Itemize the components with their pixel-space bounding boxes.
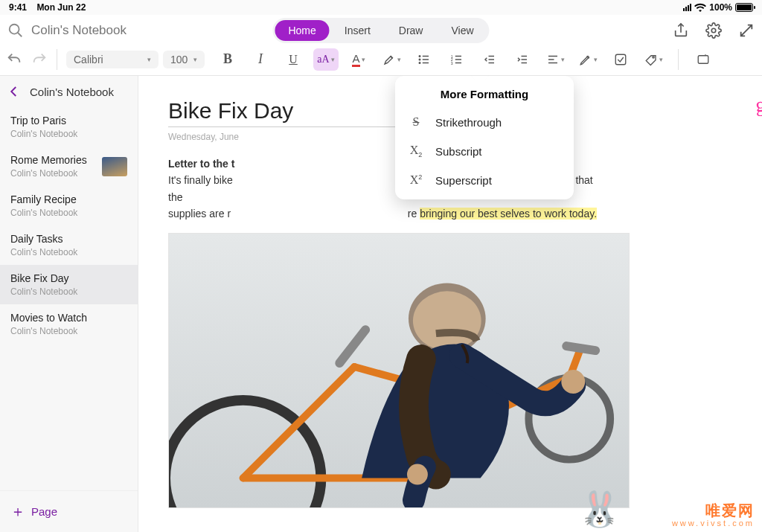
outdent-button[interactable] xyxy=(477,48,502,71)
svg-point-2 xyxy=(711,28,716,33)
chevron-left-icon xyxy=(7,85,21,98)
paragraph-bold: Letter to the t xyxy=(168,158,234,170)
sidebar-header-title: Colin's Notebook xyxy=(30,86,114,98)
redo-icon[interactable] xyxy=(31,51,48,68)
chevron-down-icon: ▾ xyxy=(594,56,598,63)
sidebar-item[interactable]: Daily TasksColin's Notebook xyxy=(0,225,138,265)
chevron-down-icon: ▾ xyxy=(659,56,663,63)
font-color-button[interactable]: A▾ xyxy=(346,48,371,71)
sidebar-item-sub: Colin's Notebook xyxy=(10,326,87,336)
battery-icon xyxy=(735,3,753,12)
popover-item-label: Strikethrough xyxy=(435,116,502,129)
sidebar-item[interactable]: Rome MemoriesColin's Notebook xyxy=(0,147,138,186)
underline-button[interactable]: U xyxy=(281,48,306,71)
font-family-select[interactable]: Calibri▾ xyxy=(66,51,159,68)
popover-item-label: Superscript xyxy=(435,174,492,187)
sidebar-item-thumb xyxy=(102,157,127,176)
sidebar-item-sub: Colin's Notebook xyxy=(10,129,77,139)
sidebar-item[interactable]: Trip to ParisColin's Notebook xyxy=(0,107,138,147)
svg-point-41 xyxy=(407,464,428,484)
formatting-toolbar: Calibri▾ 100▾ B I U aA▾ A▾ ▾ 123 ▾ ▾ ▾ xyxy=(0,46,762,76)
tab-draw[interactable]: Draw xyxy=(385,20,437,41)
font-size-label: 100 xyxy=(170,54,188,65)
more-formatting-popover: More Formatting S Strikethrough X2 Subsc… xyxy=(395,76,574,199)
todo-button[interactable] xyxy=(608,48,633,71)
paragraph-highlight: bringing our best selves to work today. xyxy=(420,208,597,219)
subscript-icon: X2 xyxy=(409,144,423,158)
plus-icon: ＋ xyxy=(10,501,25,522)
app-topbar: Home Insert Draw View xyxy=(0,15,762,46)
battery-pct: 100% xyxy=(709,2,732,13)
sidebar-item-sub: Colin's Notebook xyxy=(10,247,77,257)
sidebar-item-title: Family Recipe xyxy=(10,193,77,205)
search-icon[interactable] xyxy=(7,22,24,39)
tab-insert[interactable]: Insert xyxy=(331,20,384,41)
styles-button[interactable]: ▾ xyxy=(575,48,601,71)
paragraph-text: It's finally bike xyxy=(168,174,233,186)
popover-item-subscript[interactable]: X2 Subscript xyxy=(395,136,574,166)
strikethrough-icon: S xyxy=(409,115,423,129)
svg-rect-26 xyxy=(698,55,708,63)
chevron-down-icon: ▾ xyxy=(561,56,565,63)
insert-button[interactable] xyxy=(691,48,716,71)
chevron-down-icon: ▾ xyxy=(397,56,401,63)
svg-line-36 xyxy=(566,346,595,350)
chevron-down-icon: ▾ xyxy=(193,56,197,63)
svg-point-25 xyxy=(652,56,653,57)
highlight-button[interactable]: ▾ xyxy=(379,48,404,71)
tab-home[interactable]: Home xyxy=(275,20,329,41)
settings-icon[interactable] xyxy=(705,22,722,39)
ribbon-tabs: Home Insert Draw View xyxy=(272,18,489,43)
cellular-icon xyxy=(683,4,691,11)
sidebar: Colin's Notebook Trip to ParisColin's No… xyxy=(0,76,138,532)
italic-button[interactable]: I xyxy=(248,48,273,71)
popover-title: More Formatting xyxy=(395,80,574,108)
font-size-select[interactable]: 100▾ xyxy=(163,51,205,68)
add-page-button[interactable]: ＋ Page xyxy=(0,490,138,532)
chevron-down-icon: ▾ xyxy=(147,56,151,63)
watermark: 唯爱网 www.vivst.com xyxy=(672,503,755,528)
paragraph-align-button[interactable]: ▾ xyxy=(542,48,568,71)
indent-button[interactable] xyxy=(510,48,535,71)
sidebar-list: Trip to ParisColin's Notebook Rome Memor… xyxy=(0,107,138,490)
svg-rect-24 xyxy=(615,54,626,65)
sidebar-item-sub: Colin's Notebook xyxy=(10,208,77,218)
popover-item-superscript[interactable]: X2 Superscript xyxy=(395,166,574,194)
inserted-image[interactable] xyxy=(168,233,630,508)
tag-button[interactable]: ▾ xyxy=(641,48,666,71)
undo-icon[interactable] xyxy=(6,51,22,68)
page-content: Wednesday, June Letter to the t It's fin… xyxy=(138,76,762,532)
watermark-text: 唯爱网 xyxy=(672,503,755,518)
status-bar: 9:41 Mon Jun 22 100% xyxy=(0,0,762,15)
status-date: Mon Jun 22 xyxy=(36,2,86,13)
app-body: Colin's Notebook Trip to ParisColin's No… xyxy=(0,76,762,532)
watermark-mascot: 🐰 xyxy=(578,489,621,529)
more-formatting-button[interactable]: aA▾ xyxy=(313,48,339,71)
svg-text:3: 3 xyxy=(451,60,453,65)
wifi-icon xyxy=(694,3,706,12)
sidebar-item[interactable]: Family RecipeColin's Notebook xyxy=(0,186,138,225)
tab-view[interactable]: View xyxy=(438,20,487,41)
share-icon[interactable] xyxy=(673,22,689,39)
superscript-icon: X2 xyxy=(409,173,423,187)
sidebar-back[interactable]: Colin's Notebook xyxy=(0,76,138,107)
svg-point-39 xyxy=(413,291,481,350)
divider xyxy=(57,49,57,70)
numbered-list-button[interactable]: 123 xyxy=(444,48,470,71)
svg-line-1 xyxy=(18,33,22,37)
sidebar-item[interactable]: Movies to WatchColin's Notebook xyxy=(0,304,138,344)
svg-point-0 xyxy=(10,25,19,34)
sidebar-item-title: Daily Tasks xyxy=(10,233,77,245)
bold-button[interactable]: B xyxy=(215,48,240,71)
paragraph-text: re xyxy=(408,208,420,219)
svg-point-4 xyxy=(419,59,420,60)
fullscreen-icon[interactable] xyxy=(738,22,755,39)
sidebar-item-title: Bike Fix Day xyxy=(10,272,77,284)
sidebar-item[interactable]: Bike Fix DayColin's Notebook xyxy=(0,265,138,304)
svg-point-5 xyxy=(419,62,420,63)
chevron-down-icon: ▾ xyxy=(362,56,365,63)
search-input[interactable] xyxy=(31,23,180,38)
add-page-label: Page xyxy=(31,505,57,518)
popover-item-strikethrough[interactable]: S Strikethrough xyxy=(395,108,574,136)
bullet-list-button[interactable] xyxy=(412,48,437,71)
